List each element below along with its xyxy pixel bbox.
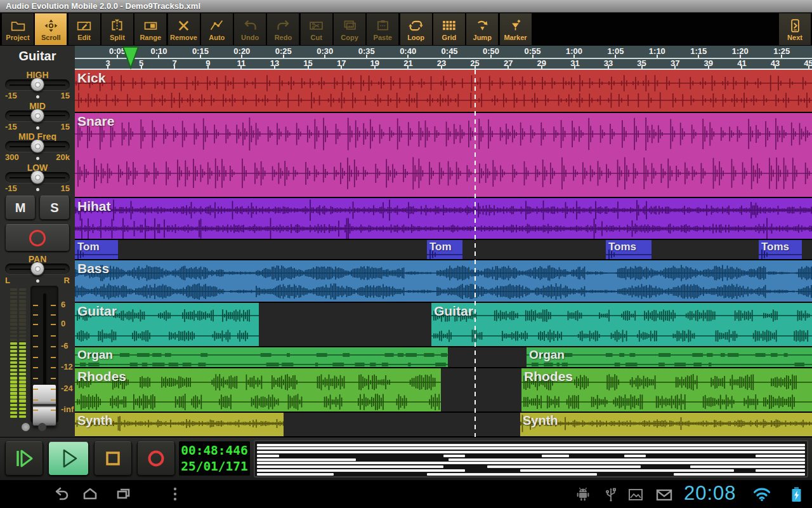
audio-clip-organ-1[interactable]: Organ	[75, 347, 448, 367]
audio-clip-toms-3[interactable]: Toms	[606, 240, 652, 259]
track-lane-synth[interactable]: SynthSynth	[75, 413, 812, 436]
remove-button[interactable]: Remove	[168, 13, 200, 45]
undo-button[interactable]: Undo	[234, 13, 266, 45]
play-button[interactable]	[48, 441, 89, 476]
fader-cap[interactable]	[32, 384, 56, 426]
eq-0-knob[interactable]	[30, 77, 44, 91]
meter-led	[10, 415, 17, 418]
overview-segment	[690, 465, 805, 468]
eq-0-slider[interactable]	[5, 79, 70, 90]
song-overview[interactable]	[254, 440, 808, 478]
audio-clip-hihat-1[interactable]: Hihat	[75, 198, 812, 239]
time-display[interactable]: 00:48:446 25/01/171	[179, 441, 250, 476]
ruler-tick	[532, 55, 534, 58]
paste-button[interactable]: Paste	[367, 13, 398, 45]
auto-button[interactable]: Auto	[201, 13, 233, 45]
audio-clip-guitar-1[interactable]: Guitar	[75, 303, 259, 346]
audio-clip-kick-1[interactable]: Kick	[75, 70, 812, 112]
audio-clip-guitar-2[interactable]: Guitar	[431, 303, 812, 346]
stop-button[interactable]	[94, 441, 132, 476]
record-button[interactable]	[137, 441, 175, 476]
meter-led	[10, 331, 17, 333]
overflow-menu-icon	[173, 487, 178, 502]
back-icon	[52, 485, 70, 503]
jump-button[interactable]: Jump	[466, 13, 498, 45]
android-back-button[interactable]	[52, 485, 70, 505]
meter-led	[19, 373, 26, 375]
eq-1-knob[interactable]	[30, 109, 44, 123]
pan-slider[interactable]	[5, 264, 70, 274]
redo-button[interactable]: Redo	[267, 13, 299, 45]
eq-3-knob[interactable]	[30, 170, 44, 184]
play-from-start-button[interactable]	[5, 441, 43, 476]
eq-3-slider[interactable]	[5, 172, 70, 183]
meter-led	[10, 354, 17, 356]
panel-page-dot-1[interactable]	[22, 423, 30, 431]
pan-knob[interactable]	[30, 262, 44, 276]
audio-clip-rhodes-2[interactable]: Rhodes	[521, 368, 812, 411]
audio-clip-organ-2[interactable]: Organ	[527, 347, 812, 367]
meter-led	[10, 373, 17, 375]
panel-page-dot-2[interactable]	[38, 423, 46, 431]
android-menu-button[interactable]	[173, 487, 178, 505]
clip-label: Tom	[429, 241, 452, 253]
ruler-tick	[141, 65, 142, 69]
audio-clip-tom-2[interactable]: Tom	[427, 240, 462, 259]
eq-1-slider[interactable]	[5, 110, 70, 121]
eq-2-knob[interactable]	[30, 139, 44, 153]
audio-clip-tom-1[interactable]: Tom	[75, 240, 118, 259]
loop-button[interactable]: Loop	[400, 13, 432, 45]
split-button[interactable]: Split	[102, 13, 133, 45]
time-ruler[interactable]: 0:050:100:150:200:250:300:350:400:450:50…	[75, 46, 812, 59]
audio-clip-bass-1[interactable]: Bass	[75, 260, 812, 302]
next-button[interactable]: Next	[779, 13, 811, 45]
solo-button[interactable]: S	[39, 196, 70, 220]
meter-led	[19, 315, 26, 318]
audio-clip-rhodes-1[interactable]: Rhodes	[75, 368, 441, 411]
fader-tick	[33, 335, 38, 337]
track-lane-guitar[interactable]: GuitarGuitar	[75, 303, 812, 346]
scroll-button[interactable]: Scroll	[35, 13, 67, 45]
project-button[interactable]: Project	[2, 13, 34, 45]
usb-connected-status	[603, 486, 619, 505]
track-lane-kick[interactable]: Kick	[75, 70, 812, 112]
track-lane-organ[interactable]: OrganOrgan	[75, 347, 812, 367]
track-lane-hihat[interactable]: Hihat	[75, 198, 812, 239]
track-lane-snare[interactable]: Snare	[75, 113, 812, 197]
android-home-button[interactable]	[81, 485, 99, 505]
fader-tick	[51, 324, 56, 325]
overview-segment	[257, 465, 443, 468]
meter-led	[10, 311, 17, 314]
edit-button[interactable]: Edit	[69, 13, 100, 45]
meter-led	[10, 342, 17, 345]
ruler-tick	[324, 55, 325, 58]
meter-led	[19, 411, 26, 414]
clip-label: Bass	[77, 261, 109, 276]
ruler-tick	[698, 55, 699, 58]
audio-clip-synth-2[interactable]: Synth	[520, 413, 812, 436]
arm-record-button[interactable]	[5, 224, 70, 251]
track-lane-tom[interactable]: TomTomTomsToms	[75, 240, 812, 259]
copy-button[interactable]: Copy	[334, 13, 365, 45]
track-lane-bass[interactable]: Bass	[75, 260, 812, 302]
ruler-tick	[441, 65, 442, 69]
playback-start-marker[interactable]	[122, 46, 139, 72]
eq-2-slider[interactable]	[5, 141, 70, 152]
audio-clip-synth-1[interactable]: Synth	[75, 413, 284, 436]
ruler-tick	[341, 65, 342, 69]
bar-ruler[interactable]: 3579111315171921232527293133353739414345	[75, 59, 812, 70]
audio-clip-snare-1[interactable]: Snare	[75, 113, 812, 197]
track-lane-rhodes[interactable]: RhodesRhodes	[75, 368, 812, 411]
ruler-tick	[274, 65, 275, 69]
mute-button[interactable]: M	[5, 196, 36, 220]
grid-button[interactable]: Grid	[433, 13, 465, 45]
clip-label: Organ	[529, 348, 565, 362]
fader-tick	[51, 378, 56, 379]
audio-clip-toms-4[interactable]: Toms	[759, 240, 802, 259]
ruler-tick	[283, 55, 284, 58]
android-recents-button[interactable]	[114, 485, 132, 505]
cut-button[interactable]: Cut	[301, 13, 332, 45]
range-button[interactable]: Range	[134, 13, 166, 45]
ruler-tick	[308, 65, 309, 69]
marker-button[interactable]: Marker	[500, 13, 532, 45]
